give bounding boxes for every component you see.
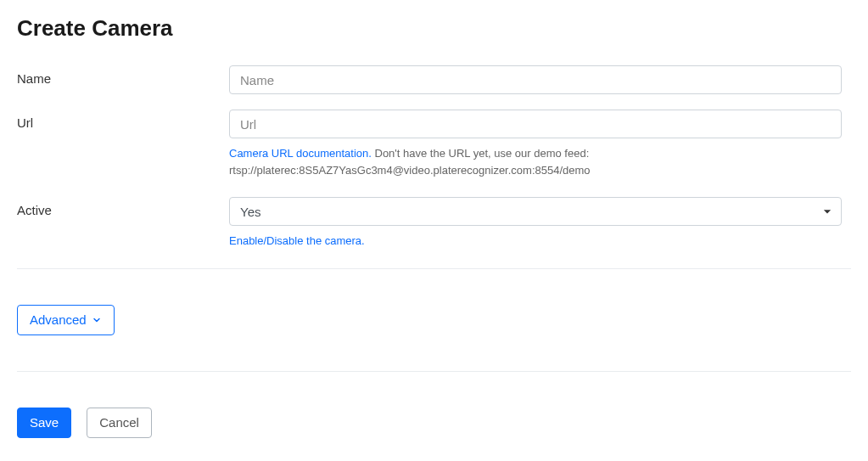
save-button[interactable]: Save: [17, 408, 71, 438]
cancel-button[interactable]: Cancel: [87, 408, 152, 438]
advanced-button[interactable]: Advanced: [17, 305, 115, 335]
url-input[interactable]: [229, 110, 842, 138]
divider: [17, 371, 851, 372]
url-label: Url: [17, 110, 229, 130]
divider: [17, 268, 851, 269]
active-select[interactable]: Yes: [229, 197, 842, 226]
page-title: Create Camera: [17, 15, 851, 42]
url-help: Camera URL documentation. Don't have the…: [229, 145, 842, 178]
active-label: Active: [17, 197, 229, 217]
camera-url-doc-link[interactable]: Camera URL documentation.: [229, 147, 372, 160]
name-label: Name: [17, 65, 229, 86]
advanced-button-label: Advanced: [30, 312, 87, 327]
chevron-down-icon: [92, 315, 102, 325]
name-input[interactable]: [229, 65, 842, 94]
active-help-link[interactable]: Enable/Disable the camera.: [229, 234, 365, 247]
